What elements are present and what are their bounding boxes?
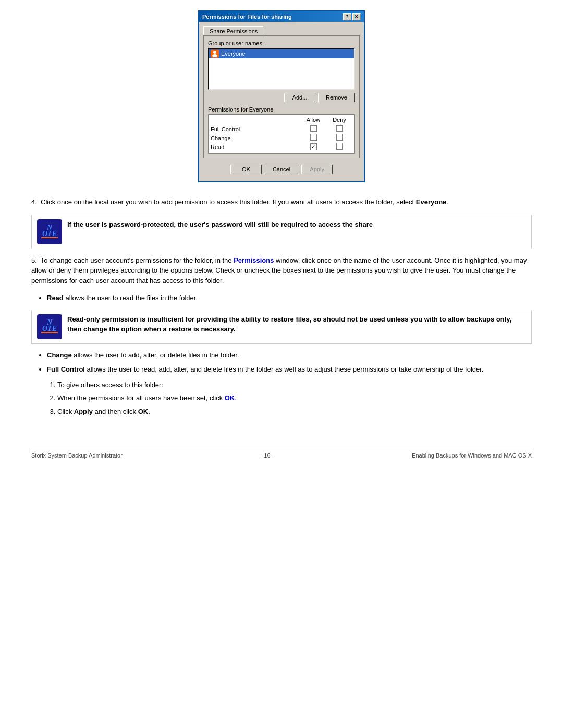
perms-header: Allow Deny	[211, 117, 352, 123]
user-list[interactable]: Everyone	[208, 48, 355, 90]
change-bold: Change	[47, 351, 72, 359]
step4-text: 4. Click once on the local user you wish…	[31, 197, 532, 207]
sub-step-2-period: .	[235, 394, 237, 402]
footer-right: Enabling Backups for Windows and MAC OS …	[412, 452, 532, 459]
bullet-fullcontrol: Full Control allows the user to read, ad…	[47, 364, 532, 375]
footer-center: - 16 -	[261, 452, 274, 459]
perms-label: Permissions for Everyone	[208, 106, 355, 113]
dialog-footer: OK Cancel Apply	[203, 162, 360, 177]
dialog-container: Permissions for Files for sharing ? ✕ Sh…	[31, 10, 532, 182]
permissions-section: Allow Deny Full Control Change Rea	[208, 114, 355, 154]
note-box-1: N OTE If the user is password-protected,…	[31, 215, 532, 249]
sub-step-2-text: When the permissions for all users have …	[57, 394, 225, 402]
svg-point-0	[213, 51, 216, 54]
svg-text:OTE: OTE	[42, 230, 57, 238]
note1-text: If the user is password-protected, the u…	[67, 219, 373, 230]
cancel-button[interactable]: Cancel	[265, 165, 298, 174]
read-deny-checkbox[interactable]	[336, 143, 343, 150]
perm-full-control: Full Control	[211, 125, 352, 133]
sub-step-3-text2: and then click	[93, 408, 138, 415]
step5-link: Permissions	[234, 256, 274, 264]
change-allow[interactable]	[300, 134, 326, 142]
read-allow-checkbox[interactable]	[310, 143, 317, 150]
svg-rect-5	[41, 237, 58, 238]
note-icon-2: N OTE	[37, 314, 62, 339]
share-permissions-tab[interactable]: Share Permissions	[203, 26, 263, 35]
add-button[interactable]: Add...	[284, 93, 315, 102]
full-control-allow[interactable]	[300, 125, 326, 133]
bullet-list: Read allows the user to read the files i…	[47, 293, 532, 303]
full-control-label: Full Control	[211, 126, 300, 132]
full-control-deny[interactable]	[326, 125, 352, 133]
sub-step-3-text: Click	[57, 408, 74, 415]
deny-header: Deny	[326, 117, 352, 123]
titlebar-buttons: ? ✕	[343, 13, 361, 20]
sub-step-3-apply: Apply	[74, 408, 93, 415]
apply-button[interactable]: Apply	[301, 165, 333, 174]
dialog-body: Share Permissions Group or user names: E…	[199, 22, 364, 181]
svg-point-1	[212, 54, 217, 57]
bullet-read: Read allows the user to read the files i…	[47, 293, 532, 303]
step5-text: 5. To change each user account's permiss…	[31, 255, 532, 286]
document-content: 4. Click once on the local user you wish…	[31, 197, 532, 459]
sub-step-3-ok: OK	[138, 408, 149, 415]
sub-step-1: To give others access to this folder:	[57, 380, 532, 390]
help-button[interactable]: ?	[343, 13, 351, 20]
page-footer: Storix System Backup Administrator - 16 …	[31, 448, 532, 459]
fullcontrol-bold: Full Control	[47, 365, 85, 373]
step4-everyone: Everyone	[416, 198, 447, 206]
sub-step-2: When the permissions for all users have …	[57, 393, 532, 403]
change-deny-checkbox[interactable]	[336, 134, 343, 141]
change-deny[interactable]	[326, 134, 352, 142]
footer-left: Storix System Backup Administrator	[31, 452, 123, 459]
dialog-titlebar: Permissions for Files for sharing ? ✕	[199, 11, 364, 22]
fullcontrol-text: allows the user to read, add, alter, and…	[85, 365, 484, 373]
close-button[interactable]: ✕	[352, 13, 361, 20]
step5-number: 5.	[31, 256, 39, 264]
bullet-list-2: Change allows the user to add, alter, or…	[47, 350, 532, 375]
note-icon-1: N OTE	[37, 219, 62, 244]
tab-strip: Share Permissions	[203, 26, 360, 35]
tab-content: Group or user names: Everyone Add...	[203, 35, 360, 158]
user-icon	[211, 50, 219, 58]
step4-period: .	[446, 198, 448, 206]
group-label: Group or user names:	[208, 40, 355, 46]
change-text: allows the user to add, alter, or delete…	[72, 351, 239, 359]
sub-steps-list: To give others access to this folder: Wh…	[57, 380, 532, 417]
change-label: Change	[211, 135, 300, 141]
perm-read: Read	[211, 142, 352, 151]
remove-button[interactable]: Remove	[318, 93, 355, 102]
read-bold: Read	[47, 294, 64, 302]
svg-rect-9	[41, 332, 58, 333]
dialog-title: Permissions for Files for sharing	[202, 14, 292, 20]
step4-number: 4.	[31, 198, 39, 206]
full-control-deny-checkbox[interactable]	[336, 125, 343, 132]
note-box-2: N OTE Read-only permission is insufficie…	[31, 310, 532, 344]
read-allow[interactable]	[300, 143, 326, 150]
ok-button[interactable]: OK	[230, 165, 262, 174]
sub-step-3: Click Apply and then click OK.	[57, 406, 532, 417]
everyone-label: Everyone	[221, 51, 245, 57]
user-list-item-everyone[interactable]: Everyone	[209, 49, 354, 58]
allow-header: Allow	[300, 117, 326, 123]
full-control-allow-checkbox[interactable]	[310, 125, 317, 132]
note2-text: Read-only permission is insufficient for…	[67, 314, 526, 335]
read-label: Read	[211, 144, 300, 150]
perm-name-header	[211, 117, 300, 123]
step5-prefix: To change each user account's permission…	[41, 256, 234, 264]
sub-step-2-link: OK	[225, 394, 235, 402]
bullet-change: Change allows the user to add, alter, or…	[47, 350, 532, 361]
permissions-dialog: Permissions for Files for sharing ? ✕ Sh…	[198, 10, 365, 182]
read-deny[interactable]	[326, 143, 352, 151]
sub-step-1-text: To give others access to this folder:	[57, 381, 163, 389]
change-allow-checkbox[interactable]	[310, 134, 317, 141]
sub-step-3-period: .	[148, 408, 150, 415]
read-text: allows the user to read the files in the…	[64, 294, 198, 302]
step4-body: Click once on the local user you wish to…	[41, 198, 416, 206]
svg-text:OTE: OTE	[42, 325, 57, 332]
add-remove-row: Add... Remove	[208, 93, 355, 102]
perm-change: Change	[211, 133, 352, 142]
